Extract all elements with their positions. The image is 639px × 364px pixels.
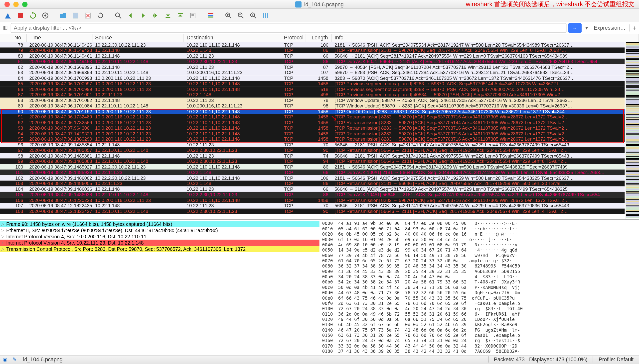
colorize-button[interactable] (205, 10, 216, 21)
packet-row[interactable]: 802020-06-19 08:47:06.114946110.22.1.148… (0, 53, 625, 59)
detail-tcp: ▷Transmission Control Protocol, Src Port… (0, 246, 319, 252)
packet-row[interactable]: 992020-06-19 08:47:09.148588310.22.110.1… (0, 158, 625, 164)
svg-rect-7 (153, 14, 154, 16)
column-source[interactable]: Source (92, 34, 184, 42)
bookmark-icon[interactable]: ◧ (2, 24, 9, 32)
close-window-button[interactable] (5, 2, 10, 7)
go-back-button[interactable] (125, 10, 136, 21)
filter-bar: ◧ → ▾ Expression… + (0, 22, 639, 34)
open-file-button[interactable] (58, 10, 68, 21)
packet-bytes-pane[interactable]: 0000 44 a1 91 a4 9b 8c e0 00 84 f7 e0 3e… (319, 220, 639, 355)
add-filter-button[interactable]: + (629, 24, 637, 32)
packet-row[interactable]: 932020-06-19 08:47:07.96430010.0.200.116… (0, 126, 625, 131)
svg-rect-13 (208, 13, 213, 14)
zoom-in-button[interactable] (223, 10, 234, 21)
svg-rect-3 (73, 13, 78, 18)
svg-rect-9 (178, 13, 183, 14)
detail-ip-inner: ▷Internet Protocol Version 4, Src: 10.22… (0, 240, 319, 246)
save-file-button[interactable] (70, 10, 81, 21)
packet-row[interactable]: 792020-06-19 08:47:06.114942810.22.1.148… (0, 48, 625, 53)
expression-button[interactable]: Expression… (592, 25, 627, 31)
display-filter-input[interactable] (11, 23, 566, 33)
column-length[interactable]: Length (306, 34, 332, 42)
packet-row[interactable]: 1052020-06-19 08:47:09.148603810.22.110.… (0, 192, 625, 198)
packet-row[interactable]: 1072020-06-19 08:47:12.182243510.22.1.14… (0, 203, 625, 208)
file-icon (295, 1, 302, 7)
reload-button[interactable] (95, 10, 106, 21)
packet-row[interactable]: 952020-06-19 08:47:08.136029010.0.200.11… (0, 136, 625, 142)
packet-row[interactable]: 922020-06-19 08:47:06.173256910.0.200.11… (0, 120, 625, 126)
svg-line-24 (254, 16, 256, 18)
edit-icon[interactable]: ✎ (10, 356, 20, 363)
intelligent-scrollbar[interactable] (625, 42, 639, 219)
packet-row[interactable]: 892020-06-19 08:47:06.170108410.22.110.1… (0, 103, 625, 109)
go-to-packet-button[interactable] (150, 10, 161, 21)
go-last-button[interactable] (175, 10, 186, 21)
packet-row[interactable]: 972020-06-19 08:47:09.148585710.22.110.1… (0, 148, 625, 153)
packet-row[interactable]: 1002020-06-19 08:47:09.148592710.22.2.30… (0, 164, 625, 170)
packet-row[interactable]: 832020-06-19 08:47:06.166939810.22.110.1… (0, 70, 625, 75)
column-protocol[interactable]: Protocol (281, 34, 306, 42)
packet-row[interactable]: 902020-06-19 08:47:06.170119210.0.200.11… (0, 109, 625, 114)
packet-row[interactable]: 982020-06-19 08:47:09.148588110.22.1.148… (0, 153, 625, 158)
packet-row[interactable]: 782020-06-19 08:47:06.114942610.22.2.30,… (0, 42, 625, 48)
packet-details-pane[interactable]: ▷Frame 90: 1458 bytes on wire (11664 bit… (0, 220, 319, 355)
maximize-window-button[interactable] (22, 2, 28, 7)
close-file-button[interactable] (83, 10, 93, 21)
packet-row[interactable]: 1042020-06-19 08:47:09.148603610.22.1.14… (0, 186, 625, 192)
packet-row[interactable]: 872020-06-19 08:47:06.170100110.22.111.2… (0, 92, 625, 98)
packet-row[interactable]: 912020-06-19 08:47:06.173248910.0.200.11… (0, 114, 625, 120)
status-packets: Packets: 473 · Displayed: 473 (100.0%) (488, 356, 593, 363)
packet-row[interactable]: 1082020-06-19 08:47:12.182243710.22.110.… (0, 209, 625, 214)
status-filename: ld_104.6.pcapng (20, 356, 66, 363)
packet-row[interactable]: 882020-06-19 08:47:06.170108210.22.1.148… (0, 98, 625, 103)
auto-scroll-button[interactable] (187, 10, 198, 21)
resize-columns-button[interactable] (260, 10, 271, 21)
svg-line-6 (119, 16, 121, 18)
packet-list-header: No. Time Source Destination Protocol Len… (0, 34, 639, 42)
capture-options-button[interactable] (40, 10, 51, 21)
filter-history-dropdown[interactable]: ▾ (583, 25, 590, 31)
packet-row[interactable]: 962020-06-19 08:47:09.148585410.22.1.148… (0, 142, 625, 148)
svg-rect-14 (208, 15, 213, 16)
restart-capture-button[interactable] (28, 10, 38, 21)
packet-row[interactable]: 862020-06-19 08:47:06.170099910.0.200.11… (0, 86, 625, 92)
packet-row[interactable]: 812020-06-19 08:47:06.114946310.22.110.1… (0, 59, 625, 64)
column-info[interactable]: Info (332, 34, 639, 42)
svg-rect-15 (208, 16, 213, 17)
svg-text:1: 1 (252, 13, 253, 16)
minimize-window-button[interactable] (13, 2, 19, 7)
column-time[interactable]: Time (27, 34, 92, 42)
status-bar: ◉ ✎ ld_104.6.pcapng Packets: 473 · Displ… (0, 355, 639, 364)
zoom-out-button[interactable] (235, 10, 246, 21)
go-forward-button[interactable] (138, 10, 148, 21)
column-no[interactable]: No. (0, 34, 27, 42)
find-packet-button[interactable] (113, 10, 124, 21)
svg-line-17 (229, 16, 231, 18)
svg-line-21 (242, 16, 244, 18)
detail-frame: ▷Frame 90: 1458 bytes on wire (11664 bit… (0, 221, 319, 227)
go-first-button[interactable] (162, 10, 173, 21)
column-destination[interactable]: Destination (184, 34, 281, 42)
packet-row[interactable]: 842020-06-19 08:47:06.170099310.0.200.11… (0, 76, 625, 81)
annotation-text: wireshark 首选项关闭该选项后，wireshark 不会尝试重组报文 (466, 0, 634, 8)
main-toolbar: 1 (0, 9, 639, 22)
packet-row[interactable]: 1022020-06-19 08:47:09.148600210.22.2.30… (0, 175, 625, 181)
packet-list-pane: No. Time Source Destination Protocol Len… (0, 34, 639, 220)
titlebar: ld_104.6.pcapng wireshark 首选项关闭该选项后，wire… (0, 0, 639, 9)
packet-row[interactable]: 1012020-06-19 08:47:09.148592910.22.111.… (0, 170, 625, 175)
zoom-reset-button[interactable]: 1 (248, 10, 259, 21)
packet-row[interactable]: 942020-06-19 08:47:07.142932310.0.200.11… (0, 131, 625, 136)
shark-fin-icon[interactable] (3, 10, 14, 21)
packet-rows[interactable]: 782020-06-19 08:47:06.114942610.22.2.30,… (0, 42, 625, 219)
packet-row[interactable]: 822020-06-19 08:47:06.166939610.22.1.148… (0, 64, 625, 70)
packet-row[interactable]: 1032020-06-19 08:47:09.148600510.22.111.… (0, 181, 625, 186)
packet-row[interactable]: 852020-06-19 08:47:06.170099710.0.200.11… (0, 81, 625, 86)
stop-capture-button[interactable] (15, 10, 26, 21)
experts-icon[interactable]: ◉ (0, 356, 10, 363)
window-title: ld_104.6.pcapng (304, 1, 344, 7)
apply-filter-button[interactable]: → (568, 23, 581, 33)
packet-row[interactable]: 1062020-06-19 08:47:10.122022310.0.200.1… (0, 198, 625, 203)
detail-ip-outer: ▷Internet Protocol Version 4, Src: 10.0.… (0, 233, 319, 240)
status-profile[interactable]: Profile: Default (593, 356, 639, 363)
